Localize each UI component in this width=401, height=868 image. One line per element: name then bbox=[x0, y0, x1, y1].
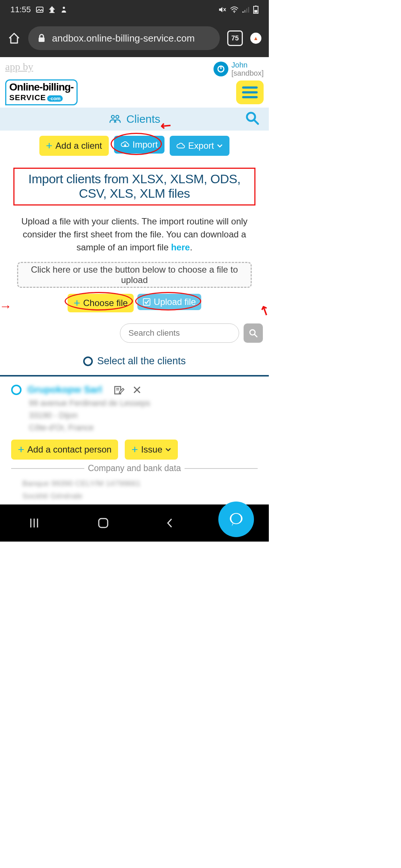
app-by-label: app by bbox=[5, 61, 33, 73]
upload-icon bbox=[49, 6, 55, 13]
volume-mute-icon bbox=[218, 6, 226, 13]
search-row bbox=[0, 312, 269, 347]
check-box-icon bbox=[143, 298, 151, 306]
sample-link[interactable]: here bbox=[171, 242, 190, 252]
circle-icon bbox=[83, 356, 93, 366]
svg-rect-9 bbox=[254, 10, 257, 13]
web-header: app by John [sandbox] bbox=[0, 57, 269, 79]
hamburger-icon[interactable] bbox=[236, 80, 264, 104]
svg-point-23 bbox=[231, 514, 241, 523]
svg-point-18 bbox=[250, 330, 255, 335]
svg-line-19 bbox=[255, 335, 257, 337]
section-bar: Clients bbox=[0, 108, 269, 131]
tab-count[interactable]: 75 bbox=[227, 30, 243, 46]
clients-icon bbox=[108, 114, 122, 124]
client-address-3: Côte-d'Or, France bbox=[29, 421, 258, 434]
edit-icon[interactable] bbox=[114, 385, 124, 395]
battery-icon bbox=[253, 6, 258, 14]
status-bar: 11:55 bbox=[0, 0, 269, 19]
add-contact-button[interactable]: + Add a contact person bbox=[11, 440, 118, 460]
import-button[interactable]: Import bbox=[114, 136, 164, 154]
client-bank-data: Banque 99390 CELY/M 14799661 Société Gén… bbox=[0, 473, 269, 504]
select-all-button[interactable]: Select all the clients bbox=[0, 347, 269, 377]
svg-rect-17 bbox=[143, 299, 150, 305]
file-dropzone[interactable]: Click here or use the button below to ch… bbox=[17, 262, 252, 288]
user-name: John bbox=[231, 61, 264, 69]
import-panel: Import clients from XLSX, XLSM, ODS, CSV… bbox=[0, 161, 269, 312]
import-title: Import clients from XLSX, XLSM, ODS, CSV… bbox=[16, 172, 253, 201]
client-address-2: 33190 - Dijon bbox=[29, 409, 258, 421]
image-icon bbox=[36, 6, 43, 13]
action-row: + Add a client Import ↙ Export bbox=[0, 131, 269, 161]
upload-file-button[interactable]: Upload file bbox=[137, 294, 201, 310]
url-text: andbox.online-billing-service.com bbox=[52, 33, 210, 44]
user-block[interactable]: John [sandbox] bbox=[213, 61, 264, 77]
power-icon bbox=[213, 62, 228, 76]
wifi-icon bbox=[230, 6, 238, 13]
chevron-down-icon bbox=[165, 448, 171, 451]
import-description: Upload a file with your clients. The imp… bbox=[13, 215, 255, 254]
export-button[interactable]: Export bbox=[170, 136, 229, 156]
url-bar[interactable]: andbox.online-billing-service.com bbox=[28, 26, 220, 50]
svg-rect-6 bbox=[248, 7, 249, 13]
person-icon bbox=[61, 6, 67, 13]
home-button[interactable] bbox=[97, 516, 110, 530]
chevron-down-icon bbox=[217, 144, 223, 148]
plus-icon: + bbox=[74, 297, 80, 309]
client-name[interactable]: Grupokopw Sarl bbox=[27, 384, 102, 395]
svg-rect-5 bbox=[246, 9, 247, 13]
plus-icon: + bbox=[131, 443, 138, 456]
svg-point-1 bbox=[63, 7, 65, 9]
recent-apps-button[interactable] bbox=[28, 517, 40, 529]
signal-icon bbox=[242, 6, 250, 13]
section-title: Clients bbox=[126, 113, 160, 125]
svg-point-2 bbox=[234, 12, 235, 13]
cloud-icon bbox=[176, 143, 185, 149]
svg-rect-3 bbox=[242, 11, 244, 13]
svg-rect-27 bbox=[99, 519, 108, 527]
svg-line-16 bbox=[254, 120, 258, 124]
plus-icon: + bbox=[18, 443, 25, 456]
chat-fab[interactable] bbox=[218, 502, 254, 537]
company-section-header: Company and bank data bbox=[0, 463, 269, 473]
client-address-1: 99 avenue Ferdinand de Lesseps bbox=[29, 397, 258, 409]
choose-file-button[interactable]: + Choose file bbox=[68, 294, 134, 312]
lock-icon bbox=[38, 34, 45, 43]
search-button[interactable] bbox=[244, 323, 263, 343]
search-input[interactable] bbox=[120, 323, 239, 343]
delete-icon[interactable] bbox=[133, 385, 141, 394]
cloud-download-icon bbox=[121, 141, 130, 148]
back-button[interactable] bbox=[166, 517, 174, 529]
status-time: 11:55 bbox=[10, 5, 31, 14]
search-toggle-icon[interactable] bbox=[245, 111, 261, 127]
client-card: Grupokopw Sarl 99 avenue Ferdinand de Le… bbox=[0, 377, 269, 463]
select-circle-icon[interactable] bbox=[11, 385, 22, 395]
user-env: [sandbox] bbox=[231, 69, 264, 77]
add-client-button[interactable]: + Add a client bbox=[39, 136, 109, 156]
issue-button[interactable]: + Issue bbox=[125, 440, 178, 460]
home-icon[interactable] bbox=[7, 32, 21, 45]
browser-bar: andbox.online-billing-service.com 75 bbox=[0, 19, 269, 57]
annotation-arrow: → bbox=[0, 299, 12, 313]
update-icon[interactable] bbox=[250, 33, 261, 44]
svg-point-14 bbox=[116, 115, 119, 118]
plus-icon: + bbox=[46, 139, 53, 152]
svg-rect-4 bbox=[244, 10, 245, 13]
svg-point-13 bbox=[111, 115, 114, 118]
logo-row: Online-billing- SeRVICe·com bbox=[0, 79, 269, 108]
logo[interactable]: Online-billing- SeRVICe·com bbox=[5, 79, 78, 105]
svg-rect-10 bbox=[39, 37, 45, 42]
annotation-title-frame: Import clients from XLSX, XLSM, ODS, CSV… bbox=[13, 168, 255, 206]
